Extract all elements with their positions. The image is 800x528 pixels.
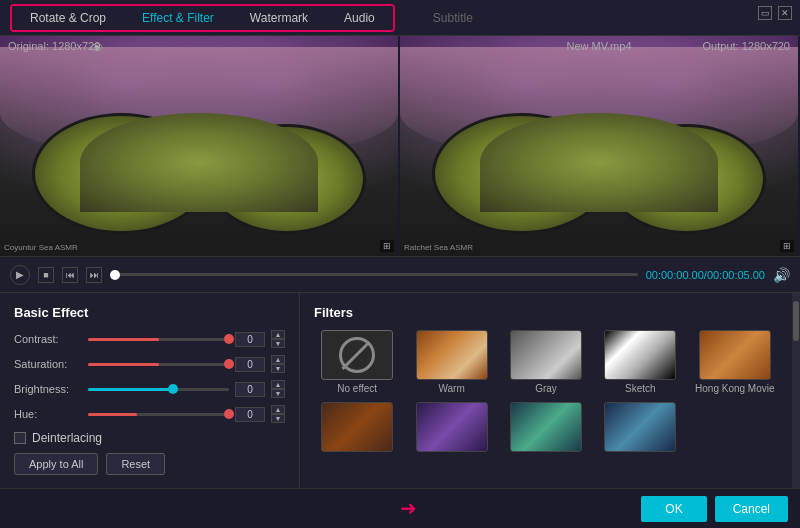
hue-up[interactable]: ▲ [271, 405, 285, 414]
deinterlacing-checkbox[interactable] [14, 432, 26, 444]
filter-item-r2[interactable] [314, 402, 400, 455]
tab-bar: Rotate & Crop Effect & Filter Watermark … [0, 0, 800, 36]
filter-scrollbar[interactable] [792, 293, 800, 488]
timeline-bar: ▶ ■ ⏮ ⏭ 00:00:00.00/00:00:05.00 🔊 [0, 256, 800, 292]
contrast-row: Contrast: 0 ▲ ▼ [14, 330, 285, 348]
saturation-stepper[interactable]: ▲ ▼ [271, 355, 285, 373]
hue-down[interactable]: ▼ [271, 414, 285, 423]
minimize-button[interactable]: ▭ [758, 6, 772, 20]
filter-scroll-thumb[interactable] [793, 301, 799, 341]
reset-button[interactable]: Reset [106, 453, 165, 475]
filter-thumb-sketch [604, 330, 676, 380]
tab-audio[interactable]: Audio [326, 6, 393, 30]
tab-subtitle[interactable]: Subtitle [415, 6, 491, 30]
brightness-thumb[interactable] [168, 384, 178, 394]
saturation-value: 0 [235, 357, 265, 372]
eye-icon[interactable]: 👁 [90, 40, 104, 56]
filter-item-warm[interactable]: Warm [408, 330, 494, 394]
saturation-slider[interactable] [88, 363, 229, 366]
disc-left-right [432, 113, 611, 234]
preview-area: Original: 1280x720 👁 Coyuntur Sea ASMR ⊞… [0, 36, 800, 256]
ok-button[interactable]: OK [641, 496, 706, 522]
deinterlacing-row: Deinterlacing [14, 431, 285, 445]
saturation-fill [88, 363, 159, 366]
hue-thumb[interactable] [224, 409, 234, 419]
bottom-action-bar: ➜ OK Cancel [0, 488, 800, 528]
output-label: Output: 1280x720 [703, 40, 790, 52]
filter-name-sketch: Sketch [625, 383, 656, 394]
filter-item-hk-movie[interactable]: Hong Kong Movie [692, 330, 778, 394]
filename-label: New MV.mp4 [566, 40, 631, 52]
brightness-fill [88, 388, 173, 391]
apply-to-all-button[interactable]: Apply to All [14, 453, 98, 475]
filter-name-hk-movie: Hong Kong Movie [695, 383, 775, 394]
cancel-button[interactable]: Cancel [715, 496, 788, 522]
right-preview-panel: New MV.mp4 Output: 1280x720 Ratchet Sea … [400, 36, 800, 256]
saturation-down[interactable]: ▼ [271, 364, 285, 373]
watermark-right: Ratchet Sea ASMR [404, 243, 473, 252]
next-frame-button[interactable]: ⏭ [86, 267, 102, 283]
right-video-thumb: Ratchet Sea ASMR ⊞ [400, 36, 798, 256]
tab-watermark[interactable]: Watermark [232, 6, 326, 30]
contrast-slider[interactable] [88, 338, 229, 341]
contrast-label: Contrast: [14, 333, 82, 345]
filter-item-gray[interactable]: Gray [503, 330, 589, 394]
filters-title: Filters [314, 305, 778, 320]
filter-thumb-r2 [321, 402, 393, 452]
tab-effect-filter[interactable]: Effect & Filter [124, 6, 232, 30]
prev-frame-button[interactable]: ⏮ [62, 267, 78, 283]
play-button[interactable]: ▶ [10, 265, 30, 285]
filter-thumb-hk-movie [699, 330, 771, 380]
brightness-down[interactable]: ▼ [271, 389, 285, 398]
saturation-label: Saturation: [14, 358, 82, 370]
brightness-stepper[interactable]: ▲ ▼ [271, 380, 285, 398]
bottom-panel: Basic Effect Contrast: 0 ▲ ▼ Saturation:… [0, 292, 800, 488]
filter-name-gray: Gray [535, 383, 557, 394]
zoom-badge-left: ⊞ [380, 240, 394, 252]
progress-track[interactable] [110, 273, 638, 276]
hue-slider[interactable] [88, 413, 229, 416]
current-time: 00:00:00.00 [646, 269, 704, 281]
saturation-up[interactable]: ▲ [271, 355, 285, 364]
filter-thumb-gray [510, 330, 582, 380]
window-controls: ▭ ✕ [758, 6, 792, 20]
stop-button[interactable]: ■ [38, 267, 54, 283]
effect-panel: Basic Effect Contrast: 0 ▲ ▼ Saturation:… [0, 293, 300, 488]
filter-thumb-r4 [510, 402, 582, 452]
original-label: Original: 1280x720 [8, 40, 100, 52]
saturation-thumb[interactable] [224, 359, 234, 369]
left-video-thumb: Coyuntur Sea ASMR ⊞ [0, 36, 398, 256]
filter-item-r5[interactable] [597, 402, 683, 455]
tab-rotate-crop[interactable]: Rotate & Crop [12, 6, 124, 30]
hue-fill [88, 413, 137, 416]
filter-item-r4[interactable] [503, 402, 589, 455]
total-time: 00:00:05.00 [707, 269, 765, 281]
tab-bar-inner: Rotate & Crop Effect & Filter Watermark … [10, 4, 395, 32]
brightness-value: 0 [235, 382, 265, 397]
close-button[interactable]: ✕ [778, 6, 792, 20]
contrast-down[interactable]: ▼ [271, 339, 285, 348]
brightness-slider[interactable] [88, 388, 229, 391]
progress-thumb[interactable] [110, 270, 120, 280]
filter-item-no-effect[interactable]: No effect [314, 330, 400, 394]
watermark-left: Coyuntur Sea ASMR [4, 243, 78, 252]
brightness-up[interactable]: ▲ [271, 380, 285, 389]
zoom-badge-right: ⊞ [780, 240, 794, 252]
filter-name-warm: Warm [438, 383, 464, 394]
hue-stepper[interactable]: ▲ ▼ [271, 405, 285, 423]
contrast-thumb[interactable] [224, 334, 234, 344]
hue-label: Hue: [14, 408, 82, 420]
filter-item-r3[interactable] [408, 402, 494, 455]
brightness-label: Brightness: [14, 383, 82, 395]
hue-value: 0 [235, 407, 265, 422]
filter-item-sketch[interactable]: Sketch [597, 330, 683, 394]
filter-thumb-warm [416, 330, 488, 380]
brightness-row: Brightness: 0 ▲ ▼ [14, 380, 285, 398]
contrast-stepper[interactable]: ▲ ▼ [271, 330, 285, 348]
volume-icon[interactable]: 🔊 [773, 267, 790, 283]
saturation-row: Saturation: 0 ▲ ▼ [14, 355, 285, 373]
disc-right-right [607, 124, 766, 234]
contrast-value: 0 [235, 332, 265, 347]
disc-left [32, 113, 211, 234]
contrast-up[interactable]: ▲ [271, 330, 285, 339]
